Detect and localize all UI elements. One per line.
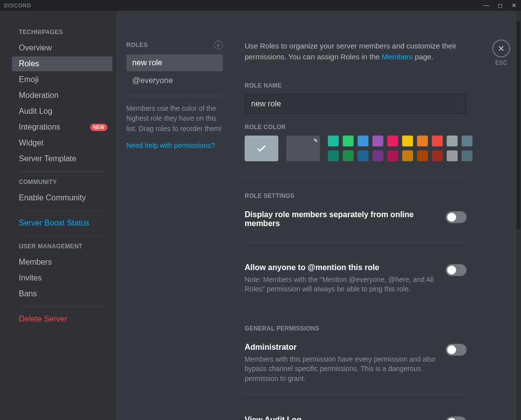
setting-title: Display role members separately from onl…: [245, 210, 436, 228]
sidebar-item-invites[interactable]: Invites: [12, 271, 112, 285]
divider: [19, 210, 105, 211]
sidebar-item-emoji[interactable]: Emoji: [12, 72, 112, 87]
color-swatch[interactable]: [432, 136, 443, 146]
color-swatch[interactable]: [372, 150, 383, 161]
scrollbar-thumb[interactable]: [517, 22, 521, 230]
color-swatch[interactable]: [328, 150, 339, 161]
brand-wordmark: DISCORD: [4, 2, 31, 8]
maximize-button[interactable]: ◻: [493, 0, 507, 11]
color-swatch[interactable]: [417, 150, 428, 161]
perm-view-audit-log: View Audit Log Members with this permiss…: [245, 410, 467, 420]
divider: [19, 306, 105, 307]
members-link[interactable]: Members: [382, 52, 413, 61]
color-swatch[interactable]: [387, 136, 398, 146]
permissions-help-link[interactable]: Need help with permissions?: [126, 141, 223, 149]
roles-heading: ROLES: [126, 42, 148, 48]
color-swatch[interactable]: [358, 150, 368, 161]
color-swatch[interactable]: [402, 136, 413, 146]
color-swatch[interactable]: [372, 136, 383, 146]
sidebar-section-community: COMMUNITY: [19, 179, 112, 186]
sidebar-item-enable-community[interactable]: Enable Community: [12, 190, 112, 205]
setting-title: Allow anyone to @mention this role: [245, 263, 436, 272]
scrollbar-track[interactable]: [516, 11, 521, 420]
role-list-item[interactable]: @everyone: [126, 72, 223, 89]
sidebar-item-moderation[interactable]: Moderation: [12, 88, 112, 103]
color-swatch-grid: [328, 136, 472, 161]
new-badge: NEW: [90, 124, 107, 131]
setting-note: Note: Members with the "Mention @everyon…: [245, 275, 436, 294]
role-list-item[interactable]: new role: [126, 54, 223, 71]
toggle-display-separately[interactable]: [446, 211, 467, 223]
divider: [245, 394, 467, 395]
perm-administrator: Administrator Members with this permissi…: [245, 337, 467, 390]
divider: [245, 177, 467, 178]
role-settings-header: ROLE SETTINGS: [245, 192, 491, 199]
esc-label: ESC: [492, 59, 510, 66]
setting-title: Administrator: [245, 343, 436, 352]
close-icon: [497, 45, 505, 52]
role-settings-pane: Use Roles to organize your server member…: [233, 11, 521, 420]
color-swatch[interactable]: [447, 136, 458, 146]
divider: [19, 171, 105, 172]
add-role-button[interactable]: +: [214, 41, 223, 49]
color-swatch[interactable]: [432, 150, 443, 161]
toggle-view-audit-log[interactable]: [446, 417, 467, 420]
sidebar-item-audit-log[interactable]: Audit Log: [12, 104, 112, 119]
close-settings-group: ESC: [492, 40, 510, 66]
divider: [19, 235, 105, 236]
toggle-administrator[interactable]: [446, 344, 467, 356]
color-swatch[interactable]: [358, 136, 368, 146]
color-swatch[interactable]: [417, 136, 428, 146]
color-swatch[interactable]: [462, 136, 472, 146]
sidebar-item-widget[interactable]: Widget: [12, 136, 112, 150]
color-swatch[interactable]: [343, 136, 354, 146]
sidebar-item-members[interactable]: Members: [12, 255, 112, 270]
custom-color-swatch[interactable]: ✎: [286, 136, 320, 161]
window-controls: — ◻ ✕: [479, 0, 521, 11]
close-window-button[interactable]: ✕: [507, 0, 521, 11]
sidebar-item-delete-server[interactable]: Delete Server: [12, 312, 112, 327]
divider: [245, 242, 467, 242]
setting-title: View Audit Log: [245, 416, 436, 420]
setting-display-separately: Display role members separately from onl…: [245, 204, 467, 237]
general-permissions-header: GENERAL PERMISSIONS: [245, 325, 491, 332]
sidebar-section-user-management: USER MANAGEMENT: [19, 243, 112, 250]
sidebar-section-server: TECHNIPAGES: [19, 29, 112, 36]
roles-intro-text: Use Roles to organize your server member…: [245, 41, 472, 62]
sidebar-item-roles[interactable]: Roles: [12, 56, 112, 71]
divider: [126, 96, 223, 96]
sidebar-item-overview[interactable]: Overview: [12, 41, 112, 55]
color-swatch[interactable]: [462, 150, 472, 161]
sidebar-item-server-boost[interactable]: Server Boost Status: [12, 216, 112, 231]
role-color-label: ROLE COLOR: [245, 124, 491, 131]
default-color-swatch[interactable]: [245, 136, 278, 161]
role-list-panel: ROLES + new role @everyone Members use t…: [116, 11, 233, 420]
pencil-icon: ✎: [313, 138, 318, 144]
titlebar: DISCORD — ◻ ✕: [0, 0, 521, 11]
color-swatch[interactable]: [343, 150, 354, 161]
color-swatch[interactable]: [402, 150, 413, 161]
sidebar-item-integrations[interactable]: Integrations NEW: [12, 120, 112, 135]
settings-sidebar: TECHNIPAGES Overview Roles Emoji Moderat…: [0, 11, 116, 420]
role-reorder-hint: Members use the color of the highest rol…: [126, 103, 223, 134]
setting-allow-mention: Allow anyone to @mention this role Note:…: [245, 257, 467, 300]
sidebar-item-bans[interactable]: Bans: [12, 286, 112, 301]
setting-note: Members with this permission have every …: [245, 355, 436, 384]
role-name-label: ROLE NAME: [245, 82, 491, 89]
close-settings-button[interactable]: [492, 40, 510, 57]
check-icon: [256, 142, 267, 154]
color-swatch[interactable]: [447, 150, 458, 161]
minimize-button[interactable]: —: [479, 0, 493, 11]
color-swatch[interactable]: [328, 136, 339, 146]
role-name-input[interactable]: [245, 94, 467, 114]
toggle-allow-mention[interactable]: [446, 264, 467, 276]
sidebar-item-server-template[interactable]: Server Template: [12, 151, 112, 166]
color-swatch[interactable]: [387, 150, 398, 161]
